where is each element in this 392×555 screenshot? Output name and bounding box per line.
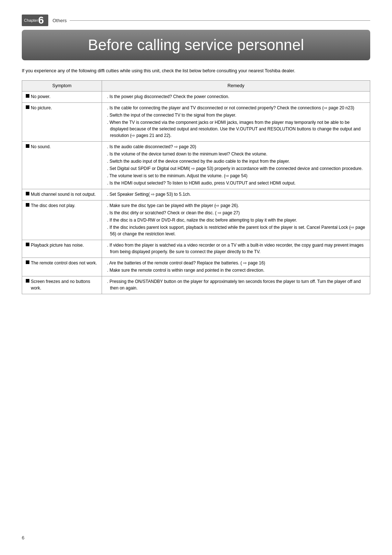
bullet-square: [26, 94, 29, 98]
remedy-item: Is the volume of the device turned down …: [106, 151, 366, 157]
bullet-square: [26, 243, 29, 246]
chapter-section-label: Others: [53, 18, 67, 23]
title-banner: Before calling service personnel: [22, 30, 370, 60]
remedy-cell: Pressing the ON/STANDBY button on the pl…: [102, 276, 370, 294]
table-row: Screen freezes and no buttons work.Press…: [22, 276, 370, 294]
remedy-cell: Is the power plug disconnected? Check th…: [102, 91, 370, 102]
chapter-divider: [70, 20, 370, 21]
page-title: Before calling service personnel: [33, 36, 359, 54]
symptom-text: No sound.: [31, 143, 51, 150]
symptom-header: Symptom: [22, 80, 102, 91]
chapter-badge: Chapter 6: [22, 15, 48, 26]
bullet-square: [26, 260, 29, 264]
remedy-item: Pressing the ON/STANDBY button on the pl…: [106, 278, 366, 291]
symptom-text: No power.: [31, 93, 50, 100]
remedy-item: Is the disc dirty or scratched? Check or…: [106, 210, 366, 216]
bullet-square: [26, 279, 29, 283]
remedy-item: The volume level is set to the minimum. …: [106, 173, 366, 179]
remedy-cell: Make sure the disc type can be played wi…: [102, 200, 370, 240]
table-row: No picture.Is the cable for connecting t…: [22, 102, 370, 141]
symptom-cell: No power.: [22, 91, 102, 102]
symptom-text: The remote control does not work.: [31, 260, 97, 266]
troubleshoot-table: Symptom Remedy No power.Is the power plu…: [22, 80, 370, 294]
intro-text: If you experience any of the following d…: [22, 68, 370, 74]
symptom-cell: Screen freezes and no buttons work.: [22, 276, 102, 294]
symptom-text: Screen freezes and no buttons work.: [31, 278, 98, 291]
symptom-cell: No picture.: [22, 102, 102, 141]
symptom-cell: The disc does not play.: [22, 200, 102, 240]
remedy-item: Are the batteries of the remote control …: [106, 260, 366, 266]
bullet-square: [26, 105, 29, 109]
remedy-item: Is the HDMI output selected? To listen t…: [106, 180, 366, 186]
remedy-cell: Is the cable for connecting the player a…: [102, 102, 370, 141]
table-header-row: Symptom Remedy: [22, 80, 370, 91]
remedy-item: If the disc includes parent lock support…: [106, 224, 366, 237]
remedy-item: If video from the player is watched via …: [106, 242, 366, 255]
remedy-item: Switch the audio input of the device con…: [106, 158, 366, 165]
remedy-cell: If video from the player is watched via …: [102, 240, 370, 258]
table-row: Playback picture has noise.If video from…: [22, 240, 370, 258]
table-row: The disc does not play.Make sure the dis…: [22, 200, 370, 240]
remedy-item: Is the audio cable disconnected? ⇨ page …: [106, 143, 366, 150]
remedy-item: Make sure the disc type can be played wi…: [106, 202, 366, 209]
symptom-cell: No sound.: [22, 141, 102, 189]
remedy-cell: Is the audio cable disconnected? ⇨ page …: [102, 141, 370, 189]
remedy-item: Is the power plug disconnected? Check th…: [106, 93, 366, 100]
symptom-text: No picture.: [31, 105, 52, 111]
symptom-text: Multi channel sound is not output.: [31, 191, 96, 198]
remedy-header: Remedy: [102, 80, 370, 91]
remedy-item: Is the cable for connecting the player a…: [106, 105, 366, 111]
remedy-item: Set Digital out SPDIF or Digital out HDM…: [106, 165, 366, 172]
bullet-square: [26, 203, 29, 207]
table-row: No sound.Is the audio cable disconnected…: [22, 141, 370, 189]
bullet-square: [26, 144, 29, 148]
symptom-cell: Multi channel sound is not output.: [22, 189, 102, 200]
symptom-text: Playback picture has noise.: [31, 242, 84, 248]
bullet-square: [26, 192, 29, 195]
symptom-cell: The remote control does not work.: [22, 258, 102, 276]
table-row: Multi channel sound is not output.Set Sp…: [22, 189, 370, 200]
remedy-cell: Set Speaker Setting( ⇨ page 53) to 5.1ch…: [102, 189, 370, 200]
chapter-label: Chapter: [24, 18, 38, 23]
remedy-item: Set Speaker Setting( ⇨ page 53) to 5.1ch…: [106, 191, 366, 198]
remedy-item: If the disc is a DVD-RW or DVD-R disc, n…: [106, 217, 366, 223]
remedy-item: Switch the input of the connected TV to …: [106, 112, 366, 118]
table-row: The remote control does not work.Are the…: [22, 258, 370, 276]
remedy-item: When the TV is connected via the compone…: [106, 119, 366, 139]
page-number: 6: [22, 535, 24, 540]
remedy-item: Make sure the remote control is within r…: [106, 267, 366, 274]
page-footer: 6: [22, 535, 24, 540]
chapter-header: Chapter 6 Others: [22, 15, 370, 26]
symptom-cell: Playback picture has noise.: [22, 240, 102, 258]
remedy-cell: Are the batteries of the remote control …: [102, 258, 370, 276]
symptom-text: The disc does not play.: [31, 202, 75, 209]
chapter-number: 6: [38, 15, 44, 25]
table-row: No power.Is the power plug disconnected?…: [22, 91, 370, 102]
